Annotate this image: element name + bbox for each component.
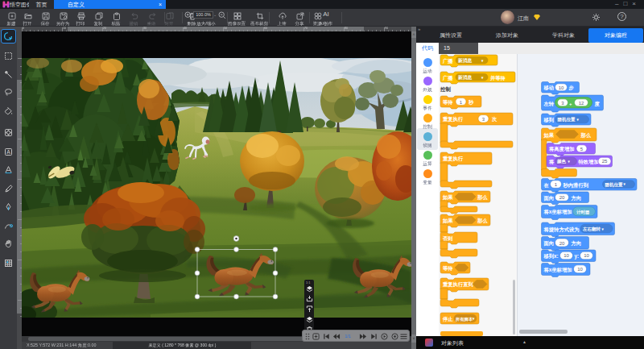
svg-text:将x坐标增加: 将x坐标增加 — [543, 209, 572, 215]
svg-text:随机位置: 随机位置 — [558, 116, 576, 123]
svg-text:特效增加: 特效增加 — [578, 159, 599, 165]
svg-text:重复执行: 重复执行 — [443, 116, 464, 123]
svg-text:+: + — [569, 102, 572, 106]
svg-text:12: 12 — [579, 101, 584, 106]
svg-text:如果: 如果 — [442, 218, 453, 224]
svg-text:新消息: 新消息 — [457, 74, 473, 81]
svg-text:重复执行直到: 重复执行直到 — [443, 281, 473, 288]
svg-text:10: 10 — [577, 267, 583, 272]
svg-text:左转: 左转 — [543, 101, 555, 107]
svg-text:步: 步 — [568, 85, 575, 91]
svg-text:面向: 面向 — [543, 195, 555, 202]
svg-text:那么: 那么 — [477, 218, 488, 224]
svg-text:次: 次 — [492, 116, 497, 123]
svg-text:将x坐标增加: 将x坐标增加 — [543, 267, 572, 273]
svg-text:A: A — [6, 149, 10, 155]
svg-text:将: 将 — [548, 159, 555, 165]
svg-text:移动: 移动 — [543, 85, 555, 91]
svg-text:新消息: 新消息 — [457, 57, 473, 64]
svg-text:等待: 等待 — [442, 99, 453, 106]
svg-text:等待: 等待 — [442, 265, 453, 272]
svg-text:方向: 方向 — [571, 195, 582, 202]
svg-text:10: 10 — [564, 253, 569, 258]
svg-text:20: 20 — [559, 195, 565, 200]
svg-text:那么: 那么 — [580, 132, 592, 139]
svg-text:广播: 广播 — [442, 75, 453, 81]
svg-text:面向: 面向 — [543, 240, 555, 247]
svg-text:重复执行: 重复执行 — [443, 156, 464, 162]
svg-text:停止: 停止 — [442, 316, 453, 322]
svg-text:25: 25 — [602, 159, 608, 164]
svg-text:20: 20 — [559, 241, 565, 246]
svg-text:控制: 控制 — [440, 86, 452, 93]
svg-text:将高度增加: 将高度增加 — [548, 146, 574, 152]
svg-text:方向: 方向 — [571, 240, 582, 247]
svg-text:如果: 如果 — [442, 194, 453, 201]
svg-text:否则: 否则 — [442, 235, 453, 242]
svg-text:移到: 移到 — [543, 117, 555, 123]
svg-text:10: 10 — [584, 253, 589, 258]
svg-text:秒: 秒 — [468, 99, 474, 106]
svg-text:将旋转方式设为: 将旋转方式设为 — [543, 226, 580, 233]
svg-text:颜色: 颜色 — [556, 159, 567, 164]
svg-text:随机位置: 随机位置 — [605, 181, 624, 188]
svg-text:在: 在 — [543, 182, 549, 188]
svg-text:如果: 如果 — [543, 132, 555, 139]
svg-text:并等待: 并等待 — [489, 75, 506, 81]
svg-text:移到x:: 移到x: — [543, 253, 559, 260]
svg-text:秒内滑行到: 秒内滑行到 — [563, 182, 588, 189]
svg-text:10: 10 — [559, 85, 564, 90]
svg-text:广播: 广播 — [442, 58, 453, 64]
svg-text:度: 度 — [594, 101, 601, 107]
svg-text:计时器: 计时器 — [576, 210, 590, 215]
svg-text:所有脚本: 所有脚本 — [455, 317, 473, 322]
svg-text:那么: 那么 — [477, 194, 488, 201]
svg-text:y:: y: — [575, 253, 580, 260]
svg-text:左右翻转: 左右翻转 — [582, 226, 601, 232]
